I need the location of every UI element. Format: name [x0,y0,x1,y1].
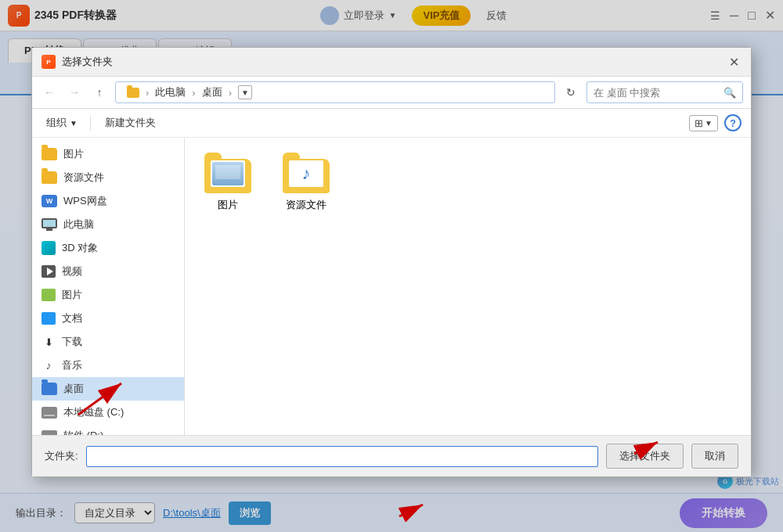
breadcrumb-folder-icon[interactable] [124,86,143,99]
cancel-button[interactable]: 取消 [691,444,738,469]
sidebar-item-downloads[interactable]: ⬇ 下载 [32,330,184,354]
folder-icon [41,171,57,184]
resources-folder-icon: ♪ [283,154,330,193]
nav-refresh-button[interactable]: ↻ [561,83,580,102]
sidebar-item-desktop[interactable]: 桌面 [32,377,184,401]
dialog-footer: 文件夹: 选择文件夹 取消 [32,435,751,476]
video-icon [41,265,56,278]
download-icon: ⬇ [41,336,56,348]
toolbar-right: ⊞ ▼ ? [689,114,742,131]
nav-back-button[interactable]: ← [40,83,59,102]
file-item-pictures[interactable]: 图片 [197,149,259,217]
dialog-overlay: P 选择文件夹 ✕ ← → ↑ › 此电脑 › 桌面 › ▼ [0,0,783,532]
sidebar-item-this-pc[interactable]: 此电脑 [32,213,184,236]
view-button[interactable]: ⊞ ▼ [689,115,718,131]
file-label-pictures: 图片 [218,198,238,212]
dialog-logo-icon: P [41,55,56,69]
sidebar-item-resources[interactable]: 资源文件 [32,166,184,189]
dialog-nav: ← → ↑ › 此电脑 › 桌面 › ▼ ↻ 🔍 [32,77,751,109]
dialog-sidebar: 图片 资源文件 W WPS网盘 此电脑 [32,138,185,435]
document-icon [41,312,56,325]
search-icon: 🔍 [723,87,736,99]
view-dropdown-icon: ▼ [705,119,713,128]
breadcrumb-pc[interactable]: 此电脑 [152,84,189,101]
sidebar-item-3d-objects[interactable]: 3D 对象 [32,236,184,260]
folder-icon [41,148,57,160]
folder-field-label: 文件夹: [45,449,78,463]
breadcrumb-dropdown-button[interactable]: ▼ [238,85,252,99]
nav-up-button[interactable]: ↑ [90,83,109,102]
computer-icon [41,218,57,231]
sidebar-item-d-drive[interactable]: 软件 (D:) [32,424,184,435]
sidebar-item-pictures[interactable]: 图片 [32,142,184,166]
file-item-resources[interactable]: ♪ 资源文件 [275,149,337,217]
file-dialog: P 选择文件夹 ✕ ← → ↑ › 此电脑 › 桌面 › ▼ [31,47,752,477]
sidebar-item-c-drive[interactable]: 本地磁盘 (C:) [32,401,184,424]
dialog-title: 选择文件夹 [62,55,113,69]
music-icon: ♪ [41,359,56,372]
breadcrumb-desktop[interactable]: 桌面 [199,84,226,101]
breadcrumb-sep2: › [192,87,195,99]
dialog-toolbar: 组织 ▼ 新建文件夹 ⊞ ▼ ? [32,109,751,138]
sidebar-item-documents[interactable]: 文档 [32,307,184,330]
sidebar-item-images[interactable]: 图片 [32,283,184,307]
music-note-icon: ♪ [302,164,311,184]
dialog-titlebar-left: P 选择文件夹 [41,55,113,69]
search-input[interactable] [594,87,719,99]
breadcrumb-sep1: › [146,87,149,99]
folder-path-input[interactable] [86,446,598,467]
dialog-body: 图片 资源文件 W WPS网盘 此电脑 [32,138,751,435]
file-label-resources: 资源文件 [286,198,327,212]
organize-button[interactable]: 组织 ▼ [41,113,82,132]
breadcrumb-sep3: › [229,87,232,99]
breadcrumb-bar: › 此电脑 › 桌面 › ▼ [115,81,555,103]
drive-c-icon [41,407,57,419]
sidebar-item-wps[interactable]: W WPS网盘 [32,189,184,213]
dialog-close-button[interactable]: ✕ [726,54,742,70]
dialog-file-area: 图片 ♪ 资源文件 [185,138,751,435]
help-button[interactable]: ? [724,114,742,131]
organize-dropdown-icon: ▼ [70,119,78,128]
nav-forward-button[interactable]: → [65,83,84,102]
new-folder-button[interactable]: 新建文件夹 [99,113,162,132]
drive-d-icon [41,430,57,436]
wps-icon: W [41,195,57,207]
pictures-folder-icon [204,154,251,193]
view-grid-icon: ⊞ [695,117,703,129]
desktop-folder-icon [41,383,57,395]
toolbar-divider [90,115,91,131]
select-folder-button[interactable]: 选择文件夹 [606,444,684,469]
sidebar-item-music[interactable]: ♪ 音乐 [32,354,184,377]
sidebar-item-videos[interactable]: 视频 [32,260,184,283]
search-box: 🔍 [586,81,743,103]
dialog-titlebar: P 选择文件夹 ✕ [32,48,751,77]
3d-icon [41,241,56,255]
image-icon [41,289,56,301]
